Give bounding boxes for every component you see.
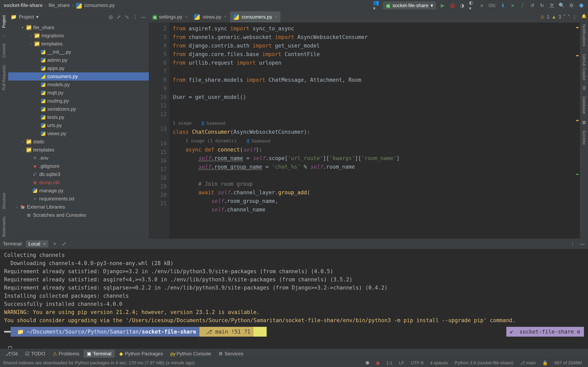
inspection-widget[interactable]: ⚠1 ▲3 ˄ ˅ ⋮ <box>540 11 580 22</box>
file-encoding[interactable]: UTF-8 <box>407 360 427 366</box>
tool-structure[interactable]: Structure <box>2 191 6 211</box>
tree-file-apps[interactable]: apps.py <box>8 64 149 72</box>
tree-file-admin[interactable]: admin.py <box>8 56 149 64</box>
minimize-icon[interactable]: — <box>140 14 146 20</box>
tool-terminal[interactable]: ▣Terminal <box>84 350 115 358</box>
tree-file-requirements[interactable]: requirements.txt <box>8 195 149 203</box>
more-icon[interactable]: ⋮ <box>572 14 577 20</box>
chevron-down-icon[interactable]: ▾ <box>36 14 39 20</box>
copilot-status-icon[interactable]: ⬢ <box>362 360 373 366</box>
breadcrumb-root[interactable]: socket-file-share <box>4 2 43 8</box>
tool-services[interactable]: ⚙Services <box>215 350 247 358</box>
memory-indicator[interactable]: 887 of 2048M <box>551 360 585 366</box>
collapse-icon[interactable]: ⤡ <box>124 14 130 20</box>
next-highlight-icon[interactable]: ˅ <box>568 14 570 20</box>
code-editor[interactable]: from asgiref.sync import sync_to_async f… <box>169 23 580 239</box>
translate-icon[interactable]: 文 <box>549 2 555 8</box>
prev-highlight-icon[interactable]: ˄ <box>563 14 566 20</box>
tool-sciview[interactable]: SciView <box>582 129 586 146</box>
indent-setting[interactable]: 4 spaces <box>427 360 451 366</box>
git-branch[interactable]: ⎇ main <box>517 360 539 366</box>
tool-python-packages[interactable]: ◆Python Packages <box>116 350 166 358</box>
breadcrumb-file[interactable]: consumers.py <box>84 2 114 8</box>
history-button[interactable]: ↺ <box>529 2 535 8</box>
close-icon[interactable]: × <box>223 15 226 19</box>
tool-python-console[interactable]: pyPython Console <box>167 350 214 358</box>
terminal-output[interactable]: Collecting channels Downloading channels… <box>0 249 588 349</box>
tree-file-env[interactable]: .env <box>8 154 149 162</box>
caret-position[interactable]: 1:1 <box>383 360 396 366</box>
tree-file-views[interactable]: views.py <box>8 129 149 138</box>
terminal-prompt[interactable]: 📁 ~/Documents/Source/Python/Samaritan/so… <box>4 327 584 337</box>
line-separator[interactable]: LF <box>396 360 407 366</box>
git-commit-button[interactable]: ➤ <box>510 2 516 8</box>
tool-problems[interactable]: ⚠Problems <box>49 350 83 358</box>
close-icon[interactable]: × <box>184 15 187 19</box>
tree-file-consumers[interactable]: consumers.py <box>8 72 149 81</box>
close-icon[interactable]: × <box>274 15 277 19</box>
tree-folder-static[interactable]: ›static <box>8 138 149 146</box>
bell-icon[interactable]: 🔔 <box>581 14 587 18</box>
tree-file-gitignore[interactable]: .gitignore <box>8 162 149 170</box>
lock-icon[interactable]: 🔒 <box>539 360 551 366</box>
breadcrumb[interactable]: socket-file-share › file_share › consume… <box>4 2 115 8</box>
minimize-icon[interactable]: — <box>579 241 585 247</box>
tree-file-manage[interactable]: manage.py <box>8 187 149 195</box>
terminal-tab-local[interactable]: Local × <box>26 240 48 248</box>
add-terminal-button[interactable]: + <box>52 241 58 247</box>
tree-file-tests[interactable]: tests.py <box>8 113 149 121</box>
tool-pull-requests[interactable]: Pull Requests <box>2 63 6 92</box>
tool-bookmarks[interactable]: Bookmarks <box>2 215 6 239</box>
codewithme-icon[interactable]: ◉ <box>373 360 383 366</box>
tree-folder-templates-top[interactable]: ›templates <box>8 146 149 154</box>
settings-button[interactable]: ⚙ <box>568 2 575 8</box>
usage-hint[interactable]: 1 usage Sadeeed <box>173 120 225 125</box>
breadcrumb-folder[interactable]: file_share <box>49 2 70 8</box>
commit-icon[interactable]: ○ <box>3 34 5 38</box>
more-icon[interactable]: ⋮ <box>570 241 576 247</box>
search-button[interactable]: 🔍 <box>559 2 565 8</box>
tab-settings[interactable]: settings.py × <box>149 11 191 22</box>
tree-file-dump[interactable]: dump.rdb <box>8 178 149 187</box>
tree-file-routing[interactable]: routing.py <box>8 97 149 105</box>
debug-button[interactable]: 🐞 <box>449 2 456 8</box>
tool-project[interactable]: Project <box>2 14 6 30</box>
expand-icon[interactable]: ⤢ <box>116 14 122 20</box>
users-icon[interactable]: 👥 ▾ <box>373 2 379 8</box>
tool-commit[interactable]: Commit <box>2 42 6 59</box>
tool-notifications[interactable]: Notifications <box>582 23 586 48</box>
run-button[interactable]: ▶ <box>440 2 446 8</box>
git-push-button[interactable]: ⤴ <box>519 2 526 8</box>
tree-file-serializers[interactable]: serializers.py <box>8 105 149 113</box>
error-stripe[interactable] <box>575 23 579 239</box>
target-icon[interactable]: ◎ <box>108 14 114 20</box>
tree-folder-templates[interactable]: › templates <box>8 40 149 48</box>
close-icon[interactable]: × <box>42 241 46 247</box>
tab-views[interactable]: views.py × <box>191 11 230 22</box>
tool-git[interactable]: ⎇Git <box>2 350 21 358</box>
tree-external-libs[interactable]: ›External Libraries <box>8 203 149 211</box>
line-gutter[interactable]: 23456 7891011 12131415 16171819 2021 <box>149 23 169 239</box>
tool-database[interactable]: Database <box>582 95 586 116</box>
stop-button[interactable]: ■ <box>479 2 485 8</box>
tree-file-sqlite[interactable]: db.sqlite3 <box>8 170 149 178</box>
profile-button[interactable]: ◐ ▾ <box>469 2 475 8</box>
tree-file-urls[interactable]: urls.py <box>8 121 149 129</box>
rollback-button[interactable]: ↻ <box>539 2 545 8</box>
tree-file-mqtt[interactable]: mqtt.py <box>8 89 149 97</box>
tree-file-init[interactable]: __init__.py <box>8 48 149 56</box>
git-pull-button[interactable]: ⬇ <box>500 2 506 8</box>
tab-consumers[interactable]: consumers.py × <box>230 11 281 22</box>
tree-file-models[interactable]: models.py <box>8 81 149 89</box>
tree-scratches[interactable]: ▤Scratches and Consoles <box>8 211 149 219</box>
usage-hint[interactable]: 1 usage (1 dynamic) Sadeeed <box>186 138 270 143</box>
tool-todo[interactable]: ☑TODO <box>22 350 49 358</box>
more-icon[interactable]: ⋮ <box>132 14 138 20</box>
maximize-icon[interactable]: ⤢ <box>61 241 67 247</box>
copilot-icon[interactable]: ⬢ <box>578 2 584 8</box>
tree-folder-migrations[interactable]: › migrations <box>8 32 149 40</box>
interpreter[interactable]: Python 3.9 (socket-file-share) <box>451 360 516 366</box>
run-config-selector[interactable]: socket-file-share ▾ <box>383 1 436 9</box>
coverage-button[interactable]: ◑ <box>459 2 465 8</box>
tool-copilot[interactable]: GitHub Copilot <box>582 52 586 82</box>
